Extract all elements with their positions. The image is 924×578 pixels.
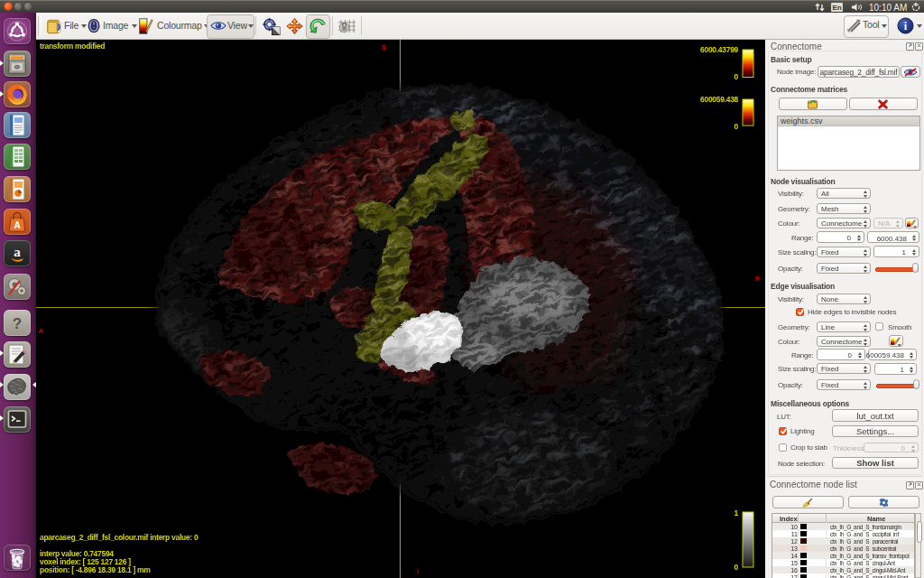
svg-text:i: i bbox=[904, 20, 908, 33]
svg-text:P: P bbox=[755, 275, 761, 283]
svg-text:A: A bbox=[39, 327, 44, 335]
svg-text:0: 0 bbox=[735, 72, 739, 81]
svg-text:1: 1 bbox=[735, 508, 739, 517]
svg-text:0: 0 bbox=[735, 563, 739, 572]
svg-text:10:10 AM: 10:10 AM bbox=[869, 3, 907, 13]
svg-text:6000.43799: 6000.43799 bbox=[700, 45, 738, 54]
svg-text:600059.438: 600059.438 bbox=[700, 95, 738, 104]
svg-text:A: A bbox=[14, 220, 20, 230]
svg-text:transform modified: transform modified bbox=[40, 42, 105, 51]
svg-text:0: 0 bbox=[735, 122, 739, 131]
svg-text:I: I bbox=[417, 567, 419, 575]
svg-text:?: ? bbox=[13, 315, 22, 332]
svg-text:aparcaseg_2_diff_fsl_colour.mi: aparcaseg_2_diff_fsl_colour.mif interp v… bbox=[40, 533, 199, 542]
svg-text:S: S bbox=[382, 43, 387, 51]
svg-text:a: a bbox=[14, 245, 21, 259]
svg-text:En: En bbox=[832, 4, 841, 12]
svg-text:position: [ -4.896 18.39 18.1: position: [ -4.896 18.39 18.1 ] mm bbox=[40, 565, 151, 574]
